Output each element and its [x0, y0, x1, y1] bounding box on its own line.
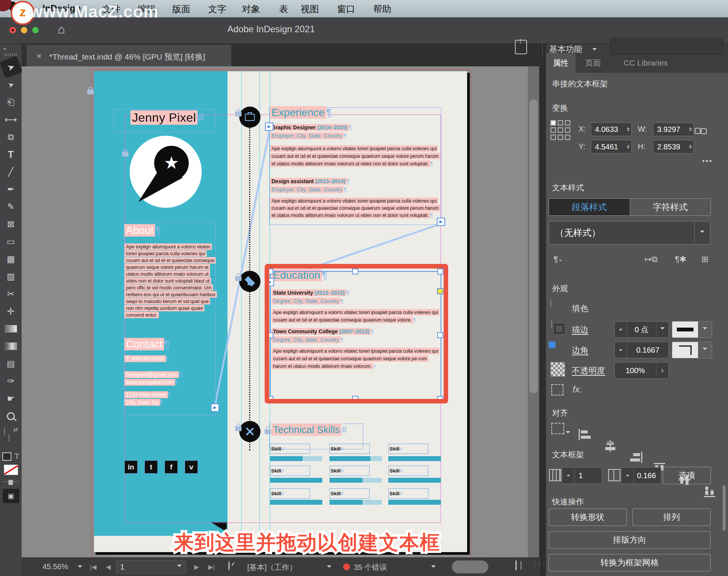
line-tool[interactable]: ╱: [2, 163, 20, 180]
pen-tool[interactable]: ✒: [2, 180, 20, 198]
y-field[interactable]: 4.5461: [591, 140, 632, 154]
spread-view-icon[interactable]: [515, 560, 517, 570]
home-icon[interactable]: ⌂: [58, 22, 65, 36]
chevron-down-icon[interactable]: [431, 565, 436, 570]
effects-fx-icon[interactable]: fx.: [573, 384, 582, 395]
zoom-window-button[interactable]: [32, 27, 39, 33]
frame-tool[interactable]: ⊠: [2, 215, 20, 233]
vimeo-icon[interactable]: v: [185, 460, 198, 474]
previous-page-button[interactable]: ◀: [106, 563, 111, 571]
preflight-profile[interactable]: [基本]（工作）: [247, 562, 297, 573]
chevron-down-icon[interactable]: [327, 565, 331, 570]
menu-window[interactable]: 窗口: [337, 3, 355, 15]
corner-radius-stepper[interactable]: 0.1667: [614, 342, 669, 358]
last-page-button[interactable]: ▶|: [208, 563, 215, 571]
scissors-tool[interactable]: ✂: [2, 285, 20, 303]
chevron-down-icon[interactable]: [592, 48, 597, 53]
character-styles-tab[interactable]: 字符样式: [630, 199, 711, 215]
facebook-icon[interactable]: f: [165, 460, 178, 474]
stroke-color-swatch[interactable]: [551, 321, 552, 328]
minimize-window-button[interactable]: [21, 27, 27, 33]
twitter-icon[interactable]: t: [144, 460, 158, 474]
stroke-swatch[interactable]: [9, 434, 9, 441]
fill-color-swatch[interactable]: [551, 300, 551, 307]
page-tool[interactable]: ⎗: [2, 93, 20, 111]
resize-grip[interactable]: ⋮⋮⋮: [532, 560, 546, 567]
convert-shape-button[interactable]: 转换形状: [549, 509, 627, 526]
search-input[interactable]: [610, 38, 723, 54]
x-field[interactable]: 4.0633: [591, 122, 632, 136]
eyedropper-tool[interactable]: ✑: [2, 372, 20, 390]
menu-table[interactable]: 表: [279, 3, 288, 15]
tab-cc-libraries[interactable]: CC Libraries: [610, 53, 681, 73]
toolbar-expand-icon[interactable]: »: [3, 45, 5, 52]
menu-layout[interactable]: 版面: [172, 3, 190, 15]
hand-tool[interactable]: ☛: [2, 390, 20, 407]
opacity-label[interactable]: 不透明度: [572, 365, 605, 377]
out-port-icon[interactable]: ▶: [211, 403, 219, 412]
horizontal-grid-tool[interactable]: ▦: [2, 250, 20, 268]
share-icon[interactable]: ↑: [515, 40, 527, 54]
out-port-icon[interactable]: ▶: [437, 218, 445, 226]
reference-point-proxy[interactable]: [551, 120, 570, 140]
type-tool[interactable]: T: [2, 146, 20, 163]
pencil-tool[interactable]: ✎: [2, 198, 20, 215]
swap-fill-stroke-icon[interactable]: ⇄: [13, 426, 18, 433]
story-direction-button[interactable]: 排版方向: [549, 531, 711, 549]
apply-none-button[interactable]: [4, 465, 18, 475]
toolbar-grip[interactable]: [5, 53, 17, 56]
rectangle-tool[interactable]: ▭: [2, 233, 20, 250]
document-tab[interactable]: × *Thread_text.indd @ 46% [GPU 预览] [转换]: [27, 45, 231, 66]
chevron-down-icon[interactable]: [78, 565, 82, 570]
close-tab-icon[interactable]: ×: [36, 51, 42, 61]
paragraph-styles-tab[interactable]: 段落样式: [549, 199, 630, 215]
in-port-icon[interactable]: ▶: [265, 122, 273, 131]
zoom-tool[interactable]: [2, 407, 20, 425]
more-options-icon[interactable]: •••: [702, 157, 713, 165]
skills-tools-icon[interactable]: [239, 421, 260, 442]
fill-swatch[interactable]: [4, 428, 5, 435]
gutter-stepper[interactable]: 0.166: [621, 467, 661, 484]
tab-properties[interactable]: 属性: [546, 53, 576, 73]
vertical-grid-tool[interactable]: ▥: [2, 268, 20, 285]
content-collector-tool[interactable]: ⧉: [2, 128, 20, 146]
opacity-field[interactable]: 100% ›: [614, 362, 669, 379]
linkedin-icon[interactable]: in: [124, 460, 138, 474]
align-right-button[interactable]: [629, 452, 642, 463]
education-gradcap-icon[interactable]: [239, 271, 260, 292]
h-field[interactable]: 2.8539: [653, 140, 694, 154]
workspace-switcher[interactable]: 基本功能: [549, 44, 582, 55]
gradient-swatch-tool[interactable]: [2, 320, 20, 337]
apply-gradient-icon[interactable]: ⋯▆⋯: [2, 478, 19, 485]
stroke-weight-stepper[interactable]: 0 点: [614, 321, 669, 338]
menu-help[interactable]: 帮助: [373, 3, 391, 15]
canvas-hscrollbar-thumb[interactable]: [452, 560, 488, 573]
formatting-affects-text-icon[interactable]: T: [14, 452, 19, 461]
redefine-style-icon[interactable]: ↦⧉: [645, 254, 657, 264]
tab-pages[interactable]: 页面: [576, 53, 610, 73]
free-transform-tool[interactable]: ✛: [2, 303, 20, 320]
canvas-vscrollbar-thumb[interactable]: [529, 99, 538, 393]
menu-view[interactable]: 视图: [301, 3, 319, 15]
arrange-button[interactable]: 排列: [632, 509, 711, 526]
clear-overrides-icon[interactable]: ¶✱: [675, 254, 686, 264]
stroke-label[interactable]: 描边: [572, 324, 588, 336]
first-page-button[interactable]: |◀: [90, 563, 97, 571]
corner-shape-dropdown[interactable]: [672, 342, 712, 358]
menu-type[interactable]: 文字: [208, 3, 226, 15]
next-page-button[interactable]: ▶: [194, 563, 199, 571]
convert-to-frame-grid-button[interactable]: 转换为框架网格: [549, 554, 711, 571]
text-frame-options-button[interactable]: 选项: [663, 467, 711, 484]
align-bottom-button[interactable]: [704, 486, 717, 497]
experience-briefcase-icon[interactable]: [239, 107, 260, 128]
error-count[interactable]: 35 个错误: [354, 562, 387, 573]
close-window-button[interactable]: [9, 27, 16, 33]
align-left-button[interactable]: [579, 429, 592, 440]
gradient-feather-tool[interactable]: [2, 337, 20, 355]
panel-scrollbar-thumb[interactable]: [723, 485, 726, 531]
align-center-h-button[interactable]: [604, 440, 617, 452]
corner-label[interactable]: 边角: [572, 345, 588, 356]
gap-tool[interactable]: ⟷: [2, 111, 20, 128]
menu-object[interactable]: 对象: [242, 3, 260, 15]
stroke-style-dropdown[interactable]: [672, 321, 712, 338]
